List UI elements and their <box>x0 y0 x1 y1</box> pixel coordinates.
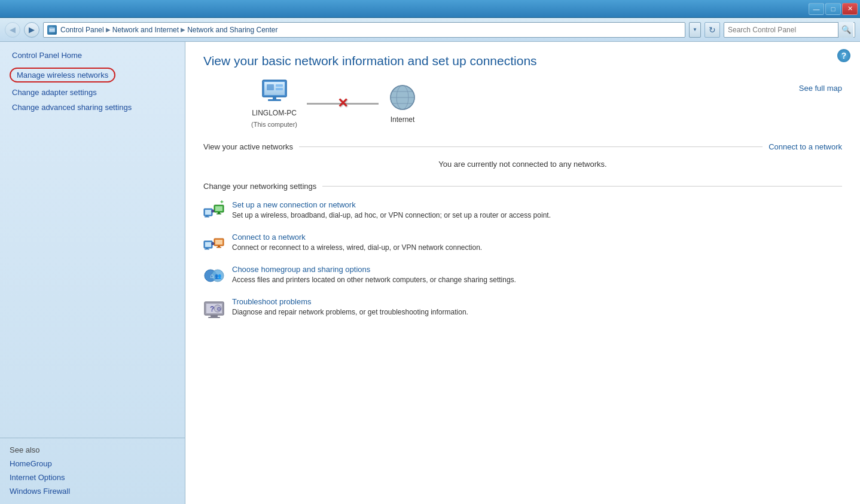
troubleshoot-settings-icon: ? ⚙ <box>203 297 225 319</box>
sidebar-homegroup[interactable]: HomeGroup <box>10 458 175 469</box>
svg-rect-2 <box>50 29 51 30</box>
help-icon[interactable]: ? <box>837 49 850 62</box>
svg-rect-9 <box>276 84 283 87</box>
breadcrumb-network-sharing[interactable]: Network and Sharing Center <box>187 26 277 34</box>
troubleshoot-text: Troubleshoot problems Diagnose and repai… <box>232 297 468 316</box>
breadcrumb-sep-2: ▶ <box>181 26 185 33</box>
svg-rect-26 <box>216 213 221 215</box>
minimize-button[interactable]: — <box>809 3 824 15</box>
svg-rect-10 <box>276 88 283 90</box>
sidebar-change-advanced[interactable]: Change advanced sharing settings <box>10 101 175 114</box>
settings-item-connect: Connect to a network Connect or reconnec… <box>203 233 842 254</box>
svg-rect-32 <box>206 248 208 249</box>
svg-rect-47 <box>208 317 220 318</box>
computer-node: LINGLOM-PC (This computer) <box>251 79 297 128</box>
refresh-button[interactable]: ↻ <box>705 22 720 38</box>
svg-rect-1 <box>50 27 53 28</box>
svg-rect-25 <box>218 212 220 213</box>
svg-rect-11 <box>273 97 276 99</box>
svg-rect-4 <box>53 29 54 30</box>
network-diagram: LINGLOM-PC (This computer) ✕ Inte <box>203 79 842 128</box>
content-area: ? View your basic network information an… <box>185 42 860 504</box>
breadcrumb-network-internet[interactable]: Network and Internet <box>112 26 179 34</box>
connect-text: Connect to a network Connect or reconnec… <box>232 233 482 252</box>
internet-label: Internet <box>391 115 415 124</box>
main-area: Control Panel Home Manage wireless netwo… <box>0 42 860 504</box>
svg-rect-36 <box>218 246 220 247</box>
svg-rect-12 <box>268 99 281 101</box>
sidebar-control-panel-home[interactable]: Control Panel Home <box>10 49 175 62</box>
troubleshoot-link[interactable]: Troubleshoot problems <box>232 297 468 306</box>
setup-description: Set up a wireless, broadband, dial-up, a… <box>232 211 551 219</box>
net-line: ✕ <box>307 103 379 105</box>
breadcrumb-control-panel[interactable]: Control Panel <box>60 26 104 34</box>
svg-point-28 <box>212 210 214 212</box>
setup-network-icon: + <box>203 200 225 222</box>
settings-item-setup: + Set up a new connection or network Set… <box>203 200 842 222</box>
see-full-map-link[interactable]: See full map <box>799 79 842 93</box>
settings-item-troubleshoot: ? ⚙ Troubleshoot problems Diagnose and r… <box>203 297 842 319</box>
computer-icon <box>260 79 289 105</box>
address-dropdown-button[interactable]: ▼ <box>689 22 701 38</box>
sidebar: Control Panel Home Manage wireless netwo… <box>0 42 185 504</box>
svg-rect-46 <box>211 315 218 317</box>
setup-link[interactable]: Set up a new connection or network <box>232 200 551 209</box>
sidebar-change-adapter[interactable]: Change adapter settings <box>10 86 175 99</box>
troubleshoot-icon: ? ⚙ <box>203 297 225 319</box>
svg-rect-24 <box>215 206 222 211</box>
connect-icon <box>203 233 225 254</box>
globe-icon <box>388 83 417 112</box>
sidebar-see-also: See also HomeGroup Internet Options Wind… <box>0 438 185 497</box>
maximize-button[interactable]: □ <box>825 3 841 15</box>
section-divider <box>299 146 763 147</box>
svg-rect-21 <box>206 215 208 216</box>
active-networks-label: View your active networks <box>203 142 293 151</box>
sidebar-manage-wireless[interactable]: Manage wireless networks <box>10 68 115 83</box>
homegroup-text: Choose homegroup and sharing options Acc… <box>232 265 516 284</box>
svg-point-39 <box>212 243 214 245</box>
breadcrumb-root-icon <box>47 25 57 35</box>
page-title: View your basic network information and … <box>203 54 842 68</box>
change-settings-header: Change your networking settings <box>203 182 842 191</box>
breadcrumb-sep-1: ▶ <box>106 26 111 33</box>
net-connector: ✕ <box>307 103 379 105</box>
search-button[interactable]: 🔍 <box>838 22 853 38</box>
change-settings-label: Change your networking settings <box>203 182 316 191</box>
computer-sublabel: (This computer) <box>251 121 297 128</box>
homegroup-icon: ⌂ 👥 <box>203 265 225 286</box>
homegroup-description: Access files and printers located on oth… <box>232 276 516 284</box>
svg-rect-22 <box>205 216 209 218</box>
svg-rect-20 <box>205 210 211 215</box>
no-network-text: You are currently not connected to any n… <box>203 155 842 179</box>
disconnected-x: ✕ <box>337 96 348 111</box>
breadcrumb[interactable]: Control Panel ▶ Network and Internet ▶ N… <box>43 22 685 38</box>
active-networks-header: View your active networks Connect to a n… <box>203 142 842 151</box>
connect-network-icon <box>203 233 225 254</box>
svg-text:👥: 👥 <box>215 273 222 280</box>
close-button[interactable]: ✕ <box>842 3 858 15</box>
connect-to-network-link[interactable]: Connect to a network <box>768 142 842 151</box>
connect-description: Connect or reconnect to a wireless, wire… <box>232 243 482 252</box>
internet-node: Internet <box>388 83 417 124</box>
setup-text: Set up a new connection or network Set u… <box>232 200 551 219</box>
troubleshoot-description: Diagnose and repair network problems, or… <box>232 308 468 316</box>
homegroup-link[interactable]: Choose homegroup and sharing options <box>232 265 516 274</box>
svg-rect-3 <box>51 29 53 30</box>
forward-button[interactable]: ▶ <box>24 22 39 38</box>
svg-rect-33 <box>205 249 209 250</box>
sidebar-nav: Control Panel Home Manage wireless netwo… <box>0 49 185 114</box>
back-button[interactable]: ◀ <box>5 22 20 38</box>
sidebar-internet-options[interactable]: Internet Options <box>10 472 175 483</box>
computer-label: LINGLOM-PC <box>252 109 297 117</box>
svg-text:⌂: ⌂ <box>210 272 214 279</box>
see-also-label: See also <box>10 445 175 454</box>
settings-section-divider <box>322 186 842 187</box>
svg-rect-31 <box>205 242 211 247</box>
search-input[interactable] <box>724 26 838 34</box>
svg-rect-8 <box>267 84 274 90</box>
svg-text:⚙: ⚙ <box>216 306 221 312</box>
svg-text:?: ? <box>210 305 214 313</box>
sidebar-spacer <box>0 114 185 433</box>
sidebar-windows-firewall[interactable]: Windows Firewall <box>10 485 175 497</box>
connect-link[interactable]: Connect to a network <box>232 233 482 242</box>
